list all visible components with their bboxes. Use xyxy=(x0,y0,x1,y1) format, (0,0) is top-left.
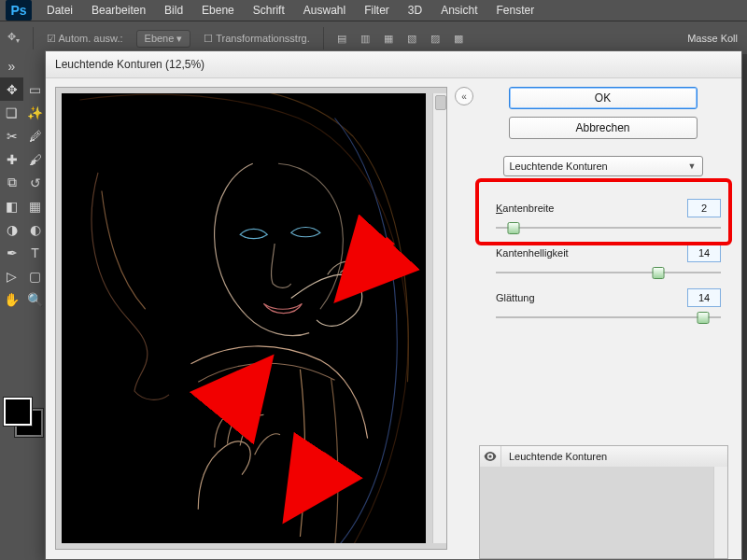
tool-brush[interactable]: 🖌 xyxy=(23,147,47,171)
param-glaettung-slider[interactable] xyxy=(496,311,721,324)
menu-3d[interactable]: 3D xyxy=(399,1,431,20)
foreground-color-swatch[interactable] xyxy=(4,398,32,426)
tool-marquee[interactable]: ▭ xyxy=(23,77,47,101)
preview-scrollbar[interactable] xyxy=(432,93,446,543)
filter-gallery-dialog: Leuchtende Konturen (12,5%) xyxy=(45,50,742,560)
effect-layer-panel: Leuchtende Konturen xyxy=(479,445,728,559)
optionsbar-right-label: Masse Koll xyxy=(687,33,738,44)
tool-blur[interactable]: ◑ xyxy=(0,217,23,241)
param-glaettung: Glättung xyxy=(496,288,721,324)
color-swatches[interactable] xyxy=(4,398,43,437)
collapse-toggle-icon[interactable]: « xyxy=(455,87,473,105)
filter-select[interactable]: Leuchtende Konturen ▼ xyxy=(503,156,703,176)
menu-fenster[interactable]: Fenster xyxy=(487,1,544,20)
param-glaettung-label: Glättung xyxy=(496,292,535,303)
tool-zoom[interactable]: 🔍 xyxy=(23,287,47,311)
tool-history-brush[interactable]: ↺ xyxy=(23,171,47,194)
annotation-highlight-box xyxy=(475,178,732,245)
auto-select-label: Autom. ausw.: xyxy=(58,33,122,44)
menu-schrift[interactable]: Schrift xyxy=(244,1,294,20)
effect-layer-list[interactable] xyxy=(480,467,714,558)
dialog-title: Leuchtende Konturen (12,5%) xyxy=(46,51,741,78)
annotation-arrow-2 xyxy=(222,371,261,418)
param-kantenhelligkeit-slider[interactable] xyxy=(496,266,721,279)
tool-move[interactable]: ✥ xyxy=(0,77,23,101)
menu-ebene[interactable]: Ebene xyxy=(192,1,244,20)
tool-shape[interactable]: ▢ xyxy=(23,264,47,287)
preview-pane xyxy=(46,77,453,559)
menubar: Ps Datei Bearbeiten Bild Ebene Schrift A… xyxy=(0,0,747,21)
effect-layer-label[interactable]: Leuchtende Konturen xyxy=(501,451,607,462)
tools-panel: » ✥ ▭ ❏ ✨ ✂ 🖉 ✚ 🖌 ⧉ ↺ ◧ ▦ ◑ ◐ ✒ T ▷ ▢ ✋ … xyxy=(0,54,48,560)
param-kantenhelligkeit-label: Kantenhelligkeit xyxy=(496,247,569,259)
transform-label: Transformationsstrg. xyxy=(216,33,309,44)
move-tool-icon[interactable]: ✥▾ xyxy=(7,31,20,45)
auto-select-target[interactable]: Ebene ▾ xyxy=(136,30,191,48)
cancel-button[interactable]: Abbrechen xyxy=(509,117,698,139)
annotation-arrow-3 xyxy=(294,455,329,507)
svg-point-1 xyxy=(488,455,491,457)
param-glaettung-input[interactable] xyxy=(687,288,721,307)
tool-eraser[interactable]: ◧ xyxy=(0,194,23,217)
tool-gradient[interactable]: ▦ xyxy=(23,194,47,217)
tool-path[interactable]: ▷ xyxy=(0,264,23,287)
tool-magic-wand[interactable]: ✨ xyxy=(23,101,47,124)
visibility-icon[interactable] xyxy=(480,446,501,467)
menu-datei[interactable]: Datei xyxy=(37,1,82,20)
annotation-arrow-1 xyxy=(347,241,390,288)
align-icons[interactable]: ▤ ▥ ▦ ▧ ▨ ▩ xyxy=(337,33,469,45)
tool-hand[interactable]: ✋ xyxy=(0,287,23,311)
tool-dodge[interactable]: ◐ xyxy=(23,217,47,241)
transform-checkbox[interactable]: ☐ Transformationsstrg. xyxy=(204,33,309,45)
param-kantenhelligkeit-input[interactable] xyxy=(687,244,721,262)
tool-crop[interactable]: ✂ xyxy=(0,124,23,147)
tool-stamp[interactable]: ⧉ xyxy=(0,171,23,194)
tool-healing[interactable]: ✚ xyxy=(0,147,23,171)
chevron-down-icon: ▼ xyxy=(688,161,697,171)
filter-preview-image[interactable] xyxy=(62,93,426,543)
menu-auswahl[interactable]: Auswahl xyxy=(294,1,355,20)
ok-button[interactable]: OK xyxy=(509,87,698,109)
panel-collapse: « xyxy=(453,77,475,559)
effect-layer-scrollbar[interactable] xyxy=(713,467,727,558)
tool-pen[interactable]: ✒ xyxy=(0,241,23,264)
menu-bild[interactable]: Bild xyxy=(155,1,192,20)
tool-type[interactable]: T xyxy=(23,241,47,264)
menu-bearbeiten[interactable]: Bearbeiten xyxy=(82,1,155,20)
filter-select-label: Leuchtende Konturen xyxy=(510,161,608,172)
tool-lasso[interactable]: ❏ xyxy=(0,101,23,124)
tab-toggle-icon[interactable]: » xyxy=(0,54,23,77)
menu-ansicht[interactable]: Ansicht xyxy=(431,1,486,20)
app-logo: Ps xyxy=(6,0,32,21)
filter-controls: OK Abbrechen Leuchtende Konturen ▼ KKant… xyxy=(475,77,741,559)
auto-select-checkbox[interactable]: ☑ Autom. ausw.: xyxy=(47,33,123,45)
param-kantenbreite-slider[interactable] xyxy=(496,221,721,234)
tool-eyedropper[interactable]: 🖉 xyxy=(23,124,47,147)
menu-filter[interactable]: Filter xyxy=(355,1,399,20)
param-kantenhelligkeit: Kantenhelligkeit xyxy=(496,244,721,279)
